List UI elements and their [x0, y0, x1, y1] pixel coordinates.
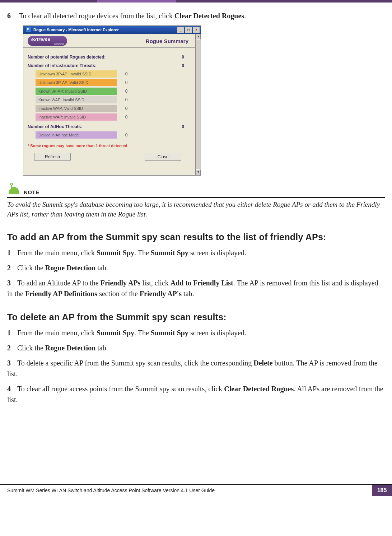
threat-chip: Known 3P-AP; Invalid SSID — [36, 88, 117, 95]
note-icon — [7, 182, 22, 196]
step-bold: Friendly APs — [101, 279, 141, 287]
step-bold: Friendly AP's — [140, 290, 182, 298]
section-delete-heading: To delete an AP from the Summit spy scan… — [7, 312, 385, 322]
step-bold: Rogue Detection — [45, 264, 96, 272]
step-number: 2 — [7, 342, 17, 353]
note-text: To avoid the Summit spy's database becom… — [7, 200, 385, 219]
step-text: screen is displayed. — [188, 249, 246, 257]
step-text: tab. — [182, 290, 194, 298]
stat-label: Number of AdHoc Threats: — [28, 124, 170, 129]
minimize-button[interactable]: _ — [177, 27, 184, 33]
stat-value: 0 — [170, 63, 191, 68]
stat-label: Number of Infrastructure Threats: — [28, 63, 170, 68]
add-step: 1From the main menu, click Summit Spy. T… — [7, 247, 385, 258]
step-text: From the main menu, click — [17, 249, 97, 257]
step-number: 2 — [7, 262, 17, 273]
step-number: 4 — [7, 383, 17, 394]
step-number: 1 — [7, 247, 17, 258]
step-number: 6 — [7, 10, 17, 21]
step-number: 3 — [7, 358, 17, 368]
delete-step: 1From the main menu, click Summit Spy. T… — [7, 327, 385, 338]
step-number: 1 — [7, 327, 17, 338]
threat-value: 0 — [117, 71, 136, 76]
scrollbar[interactable]: ▴ ▾ — [195, 34, 201, 175]
step-text: . The — [134, 249, 151, 257]
page-footer: Summit WM Series WLAN Switch and Altitud… — [0, 484, 392, 496]
threat-chip: Inactive WAP; Invalid SSID — [36, 113, 117, 121]
threat-chip: Device in Ad hoc Mode — [36, 131, 117, 139]
maximize-button[interactable]: □ — [185, 27, 192, 33]
stat-adhoc-threats: Number of AdHoc Threats: 0 — [28, 124, 191, 129]
stat-value: 0 — [170, 124, 191, 129]
threat-value: 0 — [117, 115, 136, 120]
threat-chip: Known WAP; Invalid SSID — [36, 96, 117, 103]
stat-label: Number of potential Rogues detected: — [28, 55, 170, 60]
threat-item: Known 3P-AP; Invalid SSID0 — [36, 88, 191, 95]
step-text: tab. — [95, 344, 108, 352]
step-text: To delete a specific AP from the Summit … — [17, 359, 253, 367]
step-text: . The — [134, 329, 151, 337]
threat-value: 0 — [117, 97, 136, 102]
step-text: To clear all detected rogue devices from… — [19, 12, 174, 20]
scroll-up-button[interactable]: ▴ — [196, 34, 201, 39]
threat-list: Unknown 3P-AP; Invalid SSID0Unknown 3P-A… — [28, 70, 191, 121]
rogue-summary-window: Rogue Summary - Microsoft Internet Explo… — [23, 25, 201, 176]
threat-item: Inactive WAP; Invalid SSID0 — [36, 113, 191, 121]
threat-value: 0 — [117, 132, 136, 138]
embedded-dialog-figure: Rogue Summary - Microsoft Internet Explo… — [23, 25, 385, 176]
window-title: Rogue Summary - Microsoft Internet Explo… — [33, 28, 176, 32]
threat-value: 0 — [117, 80, 136, 85]
step-text: screen is displayed. — [188, 329, 246, 337]
threat-item: Unknown 3P-AP; Valid SSID0 — [36, 79, 191, 86]
stat-potential-rogues: Number of potential Rogues detected: 0 — [28, 55, 191, 60]
note-label: NOTE — [24, 189, 39, 196]
threat-item: Known WAP; Invalid SSID0 — [36, 96, 191, 103]
threat-chip: Inactive WAP; Valid SSID — [36, 105, 117, 112]
step-bold: Summit Spy — [97, 329, 134, 337]
step-6: 6 To clear all detected rogue devices fr… — [7, 10, 385, 21]
stat-infra-threats: Number of Infrastructure Threats: 0 — [28, 63, 191, 68]
titlebar: Rogue Summary - Microsoft Internet Explo… — [23, 26, 201, 34]
close-button[interactable]: Close — [145, 153, 181, 161]
note-divider — [7, 197, 385, 198]
svg-point-0 — [10, 183, 13, 185]
stat-value: 0 — [170, 55, 191, 60]
step-bold: Add to Friendly List — [171, 279, 233, 287]
step-bold: Summit Spy — [151, 249, 188, 257]
step-text: To add an Altitude AP to the — [17, 279, 101, 287]
section-add-heading: To add an AP from the Summit spy scan re… — [7, 232, 385, 242]
step-text: From the main menu, click — [17, 329, 97, 337]
refresh-button[interactable]: Refresh — [34, 153, 71, 161]
step-text: Click the — [17, 264, 45, 272]
delete-step: 2Click the Rogue Detection tab. — [7, 342, 385, 353]
step-text: Click the — [17, 344, 45, 352]
threat-item: Unknown 3P-AP; Invalid SSID0 — [36, 70, 191, 78]
adhoc-list: Device in Ad hoc Mode 0 — [28, 131, 191, 139]
step-text: section of the — [97, 290, 140, 298]
logo-brand: extreme — [31, 37, 50, 42]
delete-step: 4To clear all rogue access points from t… — [7, 383, 385, 405]
step-text-post: . — [244, 12, 246, 20]
step-bold: Rogue Detection — [45, 344, 96, 352]
step-text: To clear all rogue access points from th… — [17, 385, 224, 393]
add-step: 2Click the Rogue Detection tab. — [7, 262, 385, 273]
footer-text: Summit WM Series WLAN Switch and Altitud… — [0, 488, 215, 493]
step-bold: Summit Spy — [97, 249, 134, 257]
step-bold: Summit Spy — [151, 329, 188, 337]
page-top-bar — [0, 0, 392, 3]
step-bold: Friendly AP Definitions — [25, 290, 97, 298]
close-window-button[interactable]: × — [193, 27, 200, 33]
ie-icon — [25, 27, 31, 33]
scroll-down-button[interactable]: ▾ — [196, 169, 201, 175]
step-text: list, click — [140, 279, 170, 287]
step-bold: Delete — [253, 359, 272, 367]
threat-chip: Unknown 3P-AP; Valid SSID — [36, 79, 117, 86]
threat-value: 0 — [117, 106, 136, 111]
threat-value: 0 — [117, 89, 136, 94]
dialog-title: Rogue Summary — [67, 38, 191, 44]
extreme-logo: extreme networks — [28, 36, 67, 46]
threat-item: Inactive WAP; Valid SSID0 — [36, 105, 191, 112]
note-block: NOTE To avoid the Summit spy's database … — [7, 182, 385, 219]
step-text: tab. — [95, 264, 108, 272]
dialog-header: extreme networks Rogue Summary — [23, 34, 196, 48]
